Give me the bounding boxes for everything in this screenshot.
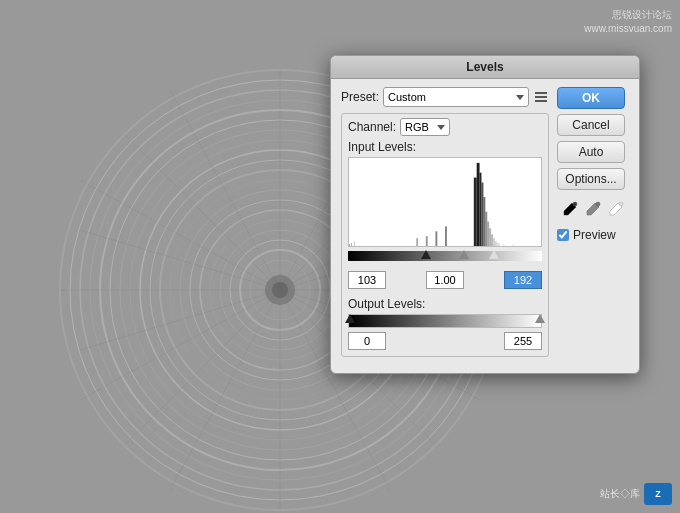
dialog-titlebar: Levels — [331, 56, 639, 79]
input-slider-track[interactable] — [348, 251, 542, 261]
svg-rect-50 — [485, 212, 487, 246]
preset-row: Preset: Custom — [341, 87, 549, 107]
watermark-logo-icon: Z — [644, 483, 672, 505]
input-white-value[interactable] — [504, 271, 542, 289]
svg-rect-49 — [483, 197, 485, 246]
svg-rect-57 — [503, 244, 505, 246]
preset-options-icon[interactable] — [533, 89, 549, 105]
svg-rect-43 — [435, 231, 437, 246]
svg-point-59 — [573, 202, 577, 206]
svg-point-60 — [596, 202, 600, 206]
channel-select[interactable]: RGB — [400, 118, 450, 136]
channel-label: Channel: — [348, 120, 396, 134]
output-slider-track[interactable] — [348, 314, 542, 328]
svg-rect-53 — [491, 234, 493, 246]
white-eyedropper-button[interactable] — [606, 199, 626, 219]
watermark-line1: 思锐设计论坛 — [584, 8, 672, 22]
dialog-title: Levels — [466, 60, 503, 74]
output-white-value[interactable] — [504, 332, 542, 350]
output-black-value[interactable] — [348, 332, 386, 350]
input-values-row — [348, 271, 542, 289]
cancel-button[interactable]: Cancel — [557, 114, 625, 136]
black-eyedropper-button[interactable] — [560, 199, 580, 219]
svg-rect-45 — [474, 178, 477, 246]
channel-group: Channel: RGB Input Levels: — [341, 113, 549, 357]
preview-label: Preview — [573, 228, 616, 242]
svg-rect-58 — [512, 244, 514, 246]
input-slider-container[interactable] — [348, 251, 542, 267]
eyedropper-row — [557, 199, 629, 219]
watermark-bottom-text: 站长◇库 — [600, 487, 640, 501]
svg-rect-38 — [349, 244, 350, 246]
dialog-right-panel: OK Cancel Auto Options... — [557, 87, 629, 363]
gray-eyedropper-button[interactable] — [583, 199, 603, 219]
levels-dialog: Levels Preset: Custom — [330, 55, 640, 374]
svg-rect-47 — [480, 173, 482, 246]
svg-rect-56 — [497, 243, 500, 246]
input-white-handle[interactable] — [489, 250, 499, 259]
watermark-line2: www.missvuan.com — [584, 22, 672, 36]
svg-rect-42 — [426, 236, 428, 246]
svg-rect-39 — [351, 243, 352, 246]
input-mid-handle[interactable] — [459, 250, 469, 259]
ok-button[interactable]: OK — [557, 87, 625, 109]
input-black-handle[interactable] — [421, 250, 431, 259]
preset-select[interactable]: Custom — [383, 87, 529, 107]
svg-rect-36 — [535, 100, 547, 102]
channel-row: Channel: RGB — [348, 118, 542, 136]
svg-rect-55 — [495, 241, 497, 246]
input-black-value[interactable] — [348, 271, 386, 289]
svg-rect-51 — [487, 222, 489, 246]
preview-row: Preview — [557, 228, 629, 242]
svg-rect-35 — [535, 96, 547, 98]
watermark-bottom: 站长◇库 Z — [600, 483, 672, 505]
output-white-handle[interactable] — [535, 314, 545, 323]
preset-label: Preset: — [341, 90, 379, 104]
preview-checkbox[interactable] — [557, 229, 569, 241]
watermark-top: 思锐设计论坛 www.missvuan.com — [584, 8, 672, 36]
input-levels-label: Input Levels: — [348, 140, 542, 154]
svg-rect-41 — [416, 238, 418, 246]
svg-rect-52 — [489, 228, 491, 246]
output-values-row — [348, 332, 542, 350]
dialog-body: Preset: Custom Channel: RGB — [331, 79, 639, 373]
auto-button[interactable]: Auto — [557, 141, 625, 163]
svg-point-33 — [272, 282, 288, 298]
svg-rect-40 — [354, 241, 355, 246]
output-levels-label: Output Levels: — [348, 297, 542, 311]
svg-rect-48 — [481, 182, 483, 246]
input-mid-value[interactable] — [426, 271, 464, 289]
svg-rect-46 — [477, 163, 480, 246]
output-black-handle[interactable] — [345, 314, 355, 323]
svg-rect-54 — [493, 238, 495, 246]
dialog-left-panel: Preset: Custom Channel: RGB — [341, 87, 549, 363]
histogram-area — [348, 157, 542, 247]
svg-point-61 — [619, 202, 623, 206]
options-button[interactable]: Options... — [557, 168, 625, 190]
svg-rect-34 — [535, 92, 547, 94]
svg-rect-44 — [445, 226, 447, 246]
